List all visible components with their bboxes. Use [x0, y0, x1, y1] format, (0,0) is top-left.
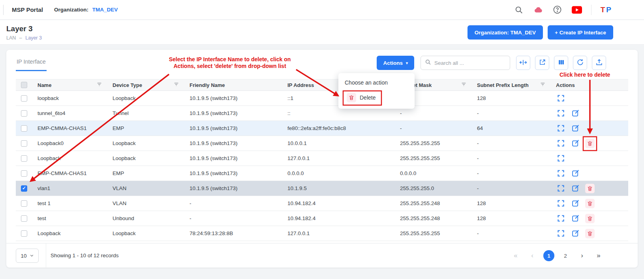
expand-icon[interactable] [556, 124, 565, 133]
cell-friendly-name: 10.1.9.5 (switch173) [184, 151, 282, 166]
organization-selector[interactable]: Organization: TMA_DEV [54, 7, 118, 13]
expand-icon[interactable] [556, 154, 565, 163]
filter-icon[interactable] [461, 82, 466, 88]
edit-icon[interactable] [571, 139, 580, 148]
filter-icon[interactable] [174, 82, 179, 88]
column-label: Actions [556, 82, 575, 88]
table-row: testUnbound-10.94.182.4255.255.255.24812… [16, 211, 628, 226]
search-icon [425, 59, 431, 67]
cell-name: test 1 [32, 196, 107, 211]
cell-subnet-prefix-length: - [472, 151, 551, 166]
cell-name: EMP-CMMA-CHAS1 [32, 166, 107, 181]
cell-friendly-name: - [184, 196, 282, 211]
row-checkbox[interactable] [21, 185, 27, 192]
export-icon [595, 58, 603, 67]
expand-icon[interactable] [556, 229, 565, 238]
cell-ip-address: 10.0.0.1 [282, 136, 395, 151]
column-header-name: Name [32, 79, 107, 91]
select-all-checkbox[interactable] [21, 82, 27, 88]
search-input[interactable] [434, 60, 501, 66]
chevron-down-icon: ▾ [406, 61, 408, 65]
cell-device-type: Loopback [107, 136, 184, 151]
row-checkbox[interactable] [21, 215, 27, 222]
help-icon[interactable] [552, 5, 563, 15]
tab-ip-interface[interactable]: IP Interface [16, 58, 47, 71]
edit-icon[interactable] [571, 199, 580, 208]
row-checkbox[interactable] [21, 200, 27, 207]
organization-value[interactable]: TMA_DEV [92, 7, 118, 13]
cell-actions [551, 226, 628, 241]
youtube-icon[interactable] [572, 5, 582, 15]
row-checkbox[interactable] [21, 155, 27, 162]
edit-icon[interactable] [571, 229, 580, 238]
table-row: tunnel_6to4Tunnel10.1.9.5 (switch173)::-… [16, 106, 628, 121]
open-external-button[interactable] [535, 56, 549, 70]
columns-button[interactable] [554, 56, 568, 70]
delete-icon[interactable] [585, 184, 595, 193]
cell-ip-address: 10.94.182.4 [282, 211, 395, 226]
cell-select [16, 226, 32, 241]
filter-icon[interactable] [540, 82, 545, 88]
expand-icon[interactable] [556, 214, 565, 223]
sidebar-edge-divider [3, 5, 4, 15]
row-checkbox[interactable] [21, 125, 27, 132]
cell-friendly-name: 10.1.9.5 (switch173) [184, 166, 282, 181]
row-checkbox[interactable] [21, 95, 27, 102]
row-checkbox[interactable] [21, 140, 27, 147]
refresh-button[interactable] [573, 56, 587, 70]
expand-icon[interactable] [556, 184, 565, 193]
page-button-2[interactable]: 2 [560, 250, 571, 261]
previous-page-button[interactable]: ‹ [527, 250, 538, 261]
breadcrumb-page[interactable]: Layer 3 [25, 35, 42, 41]
cell-subnet-prefix-length: - [472, 136, 551, 151]
brand-title: MSP Portal [12, 6, 43, 13]
create-ip-interface-button[interactable]: + Create IP Interface [548, 25, 613, 40]
edit-icon[interactable] [571, 214, 580, 223]
search-icon[interactable] [514, 5, 524, 15]
cell-select [16, 151, 32, 166]
first-page-button[interactable]: « [510, 250, 521, 261]
edit-icon[interactable] [571, 109, 580, 118]
expand-icon[interactable] [556, 169, 565, 178]
cell-ip-address: 127.0.0.1 [282, 226, 395, 241]
page-header: Layer 3 LAN – Layer 3 Organization: TMA_… [0, 20, 644, 45]
delete-icon[interactable] [585, 139, 595, 148]
avatar[interactable]: TP [601, 6, 612, 14]
edit-icon[interactable] [571, 184, 580, 193]
page-size-select[interactable]: 10 [16, 249, 39, 263]
expand-icon[interactable] [556, 94, 565, 103]
row-checkbox[interactable] [21, 230, 27, 237]
next-page-button[interactable]: › [576, 250, 588, 261]
breadcrumb-section: LAN [6, 35, 16, 41]
cell-device-type: VLAN [107, 181, 184, 196]
fit-width-button[interactable] [516, 56, 530, 70]
topbar: MSP Portal Organization: TMA_DEV TP [0, 0, 644, 20]
cloud-icon[interactable] [533, 5, 543, 15]
cell-actions [551, 166, 628, 181]
export-button[interactable] [592, 56, 606, 70]
edit-icon[interactable] [571, 169, 580, 178]
delete-icon[interactable] [585, 214, 595, 223]
expand-icon[interactable] [556, 109, 565, 118]
delete-icon[interactable] [585, 229, 595, 238]
expand-icon[interactable] [556, 199, 565, 208]
cell-ip-address: 10.1.9.5 [282, 181, 395, 196]
column-label: Device Type [113, 82, 142, 88]
delete-icon[interactable] [585, 199, 595, 208]
row-checkbox[interactable] [21, 110, 27, 117]
expand-icon[interactable] [556, 139, 565, 148]
table-row: test 1VLAN-10.94.182.4255.255.255.248128 [16, 196, 628, 211]
actions-button[interactable]: Actions ▾ [377, 56, 414, 70]
page-button-1[interactable]: 1 [543, 250, 554, 261]
table-row: vlan1VLAN10.1.9.5 (switch173)10.1.9.5255… [16, 181, 628, 196]
last-page-button[interactable]: » [593, 250, 604, 261]
filter-icon[interactable] [97, 82, 102, 88]
organization-button[interactable]: Organization: TMA_DEV [468, 25, 543, 40]
row-checkbox[interactable] [21, 170, 27, 177]
cell-name: Loopback [32, 226, 107, 241]
cell-actions [551, 211, 628, 226]
dropdown-item-delete[interactable]: Delete [343, 90, 381, 105]
column-label: IP Address [287, 82, 314, 88]
card-header: IP Interface Actions ▾ [6, 50, 638, 79]
edit-icon[interactable] [571, 124, 580, 133]
